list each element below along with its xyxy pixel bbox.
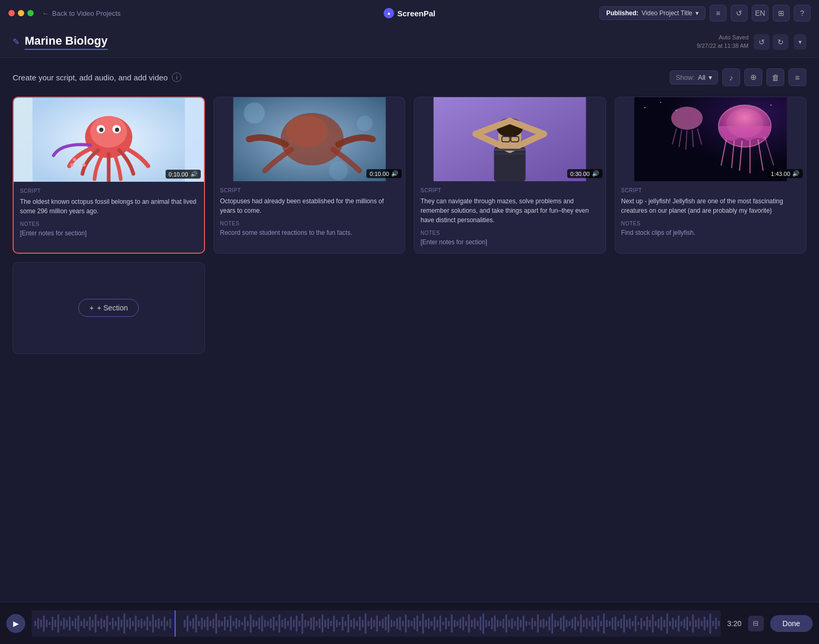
minimize-button[interactable] — [18, 10, 24, 16]
section-card-1[interactable]: 0:10.00 🔊 Script The oldest known octopu… — [13, 97, 205, 254]
project-header: ✎ Marine Biology Auto Saved 9/27/22 at 1… — [0, 26, 819, 58]
delete-icon-button[interactable]: 🗑 — [766, 68, 784, 86]
svg-rect-171 — [396, 618, 398, 629]
svg-rect-143 — [316, 621, 318, 626]
svg-rect-72 — [100, 618, 102, 629]
svg-point-29 — [644, 107, 645, 108]
card-3-notes[interactable]: [Enter notes for section] — [421, 238, 599, 247]
card-3-duration: 0:30.00 — [570, 171, 590, 177]
audio-icon-button[interactable]: ♪ — [722, 68, 740, 86]
svg-rect-55 — [52, 617, 53, 630]
svg-rect-154 — [347, 615, 349, 632]
svg-rect-193 — [459, 619, 461, 628]
section-card-3[interactable]: 0:30.00 🔊 Script They can navigate throu… — [414, 97, 606, 254]
svg-rect-158 — [359, 617, 361, 630]
add-section-button[interactable]: + + Section — [78, 299, 139, 317]
card-1-script[interactable]: The oldest known octopus fossil belongs … — [20, 197, 198, 216]
card-3-script[interactable]: They can navigate through mazes, solve p… — [421, 196, 599, 225]
svg-rect-191 — [454, 620, 455, 627]
show-dropdown-icon: ▾ — [709, 74, 712, 81]
card-4-script[interactable]: Next up - jellyfish! Jellyfish are one o… — [621, 196, 800, 215]
svg-rect-197 — [471, 620, 473, 627]
published-dropdown[interactable]: Published: Video Project Title ▾ — [599, 6, 705, 20]
svg-rect-137 — [299, 621, 300, 626]
svg-rect-132 — [284, 618, 286, 629]
show-select[interactable]: Show: All ▾ — [670, 70, 718, 85]
card-thumbnail-2: 0:10.00 🔊 — [214, 97, 405, 181]
titlebar: ← Back to Video Projects ● ScreenPal Pub… — [0, 0, 819, 26]
card-4-notes[interactable]: Find stock clips of jellyfish. — [621, 228, 800, 237]
svg-rect-92 — [158, 618, 159, 629]
svg-rect-26 — [494, 149, 526, 151]
card-2-notes[interactable]: Record some student reactions to the fun… — [220, 228, 399, 237]
svg-rect-155 — [350, 620, 352, 627]
svg-rect-259 — [649, 620, 651, 627]
svg-rect-100 — [192, 618, 194, 629]
svg-rect-83 — [132, 621, 134, 626]
card-3-icons: 🔊 — [592, 170, 599, 177]
svg-rect-200 — [479, 617, 481, 630]
card-1-notes[interactable]: [Enter notes for section] — [20, 229, 198, 238]
svg-rect-179 — [419, 621, 421, 626]
svg-point-13 — [243, 102, 264, 123]
copy-icon-button[interactable]: ⊕ — [744, 68, 762, 86]
svg-rect-109 — [218, 620, 220, 627]
autosave-area: Auto Saved 9/27/22 at 11:38 AM ↺ ↻ ▾ — [697, 34, 806, 50]
close-button[interactable] — [8, 10, 15, 16]
list-icon-button[interactable]: ≡ — [789, 68, 806, 86]
svg-rect-116 — [238, 620, 240, 627]
svg-rect-78 — [118, 617, 119, 630]
svg-rect-125 — [264, 620, 266, 627]
history-icon-button[interactable]: ↺ — [731, 5, 748, 22]
section-card-2[interactable]: 0:10.00 🔊 Script Octopuses had already b… — [213, 97, 406, 254]
caption-button[interactable]: ⊟ — [748, 616, 764, 631]
svg-point-6 — [115, 128, 119, 132]
svg-rect-269 — [678, 616, 679, 631]
svg-rect-216 — [526, 621, 527, 626]
svg-rect-117 — [241, 622, 243, 625]
svg-rect-218 — [531, 618, 533, 629]
notes-icon-button[interactable]: ≡ — [710, 5, 726, 22]
svg-rect-198 — [474, 618, 475, 629]
layers-icon-button[interactable]: ⊞ — [773, 5, 790, 22]
svg-rect-90 — [152, 615, 153, 632]
back-button[interactable]: ← Back to Video Projects — [42, 9, 121, 17]
svg-rect-96 — [169, 619, 171, 628]
svg-rect-162 — [371, 618, 372, 629]
svg-rect-244 — [606, 620, 608, 627]
svg-rect-209 — [506, 615, 507, 632]
language-button[interactable]: EN — [752, 5, 769, 22]
add-section-card[interactable]: + + Section — [13, 262, 205, 354]
svg-rect-157 — [356, 621, 357, 626]
done-button[interactable]: Done — [770, 615, 813, 632]
svg-rect-232 — [571, 619, 573, 628]
card-2-script[interactable]: Octopuses had already been established f… — [220, 196, 399, 215]
svg-rect-77 — [115, 621, 116, 626]
svg-rect-248 — [618, 621, 619, 626]
svg-rect-165 — [379, 621, 381, 626]
svg-rect-283 — [718, 621, 720, 626]
svg-rect-233 — [575, 617, 576, 630]
svg-rect-122 — [255, 621, 257, 626]
redo-button[interactable]: ↻ — [773, 34, 789, 50]
svg-rect-103 — [201, 618, 202, 629]
edit-icon[interactable]: ✎ — [13, 37, 19, 47]
section-card-4[interactable]: 1:43.00 🔊 Script Next up - jellyfish! Je… — [615, 97, 807, 254]
svg-rect-196 — [468, 615, 469, 632]
waveform-container[interactable]: // This will be rendered by the SVG — [32, 610, 721, 637]
help-icon-button[interactable]: ? — [794, 5, 811, 22]
svg-rect-153 — [345, 621, 346, 626]
content-header: Create your script, add audio, and add v… — [13, 68, 806, 86]
svg-rect-279 — [707, 620, 708, 627]
svg-rect-160 — [365, 614, 366, 633]
undo-button[interactable]: ↺ — [754, 34, 770, 50]
plus-icon: + — [89, 304, 94, 312]
svg-rect-263 — [661, 617, 662, 630]
svg-rect-231 — [569, 621, 570, 626]
info-icon[interactable]: i — [172, 72, 181, 82]
play-button[interactable]: ▶ — [6, 614, 25, 633]
svg-rect-99 — [190, 621, 191, 626]
expand-button[interactable]: ▾ — [794, 34, 806, 50]
fullscreen-button[interactable] — [27, 10, 34, 16]
svg-rect-242 — [600, 621, 602, 626]
